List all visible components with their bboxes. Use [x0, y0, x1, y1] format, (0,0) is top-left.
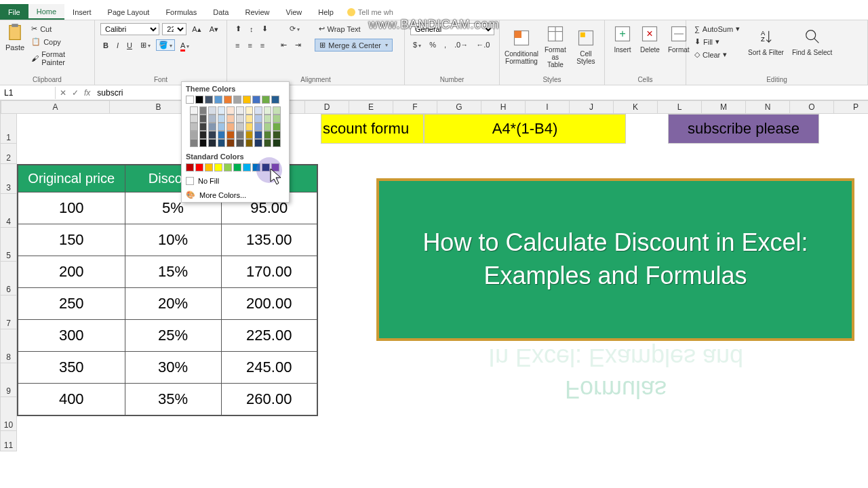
tab-home[interactable]: Home [28, 4, 64, 20]
color-swatch[interactable] [205, 163, 213, 171]
color-swatch[interactable] [190, 106, 198, 115]
table-header[interactable]: Origincal price [18, 165, 125, 192]
color-swatch[interactable] [233, 96, 241, 104]
color-swatch[interactable] [273, 123, 281, 131]
font-color-button[interactable]: A [178, 40, 192, 51]
color-swatch[interactable] [226, 139, 235, 147]
color-swatch[interactable] [199, 131, 208, 139]
font-size-select[interactable]: 22 [162, 23, 186, 35]
col-header-O[interactable]: O [790, 100, 834, 114]
color-swatch[interactable] [208, 131, 216, 139]
color-swatch[interactable] [264, 139, 272, 147]
table-cell[interactable]: 400 [18, 384, 125, 416]
italic-button[interactable]: I [114, 40, 121, 51]
table-cell[interactable]: 35% [125, 384, 221, 416]
table-cell[interactable]: 260.00 [221, 384, 317, 416]
cell-grid[interactable]: scount formu A4*(1-B4) subscribe please … [17, 114, 868, 488]
col-header-G[interactable]: G [437, 100, 481, 114]
row-header-3[interactable]: 3 [0, 164, 17, 194]
align-left-button[interactable]: ≡ [233, 40, 242, 51]
color-swatch[interactable] [199, 123, 208, 131]
color-swatch[interactable] [243, 96, 251, 104]
col-header-L[interactable]: L [658, 100, 702, 114]
align-center-button[interactable]: ≡ [245, 40, 254, 51]
row-header-10[interactable]: 10 [0, 397, 17, 431]
color-swatch[interactable] [236, 106, 244, 115]
color-swatch[interactable] [245, 115, 254, 123]
col-header-K[interactable]: K [614, 100, 658, 114]
color-swatch[interactable] [233, 163, 241, 171]
color-swatch[interactable] [218, 106, 226, 115]
color-swatch[interactable] [190, 139, 198, 147]
bold-button[interactable]: B [100, 40, 111, 51]
color-swatch[interactable] [208, 115, 216, 123]
color-swatch[interactable] [262, 96, 270, 104]
color-swatch[interactable] [199, 115, 208, 123]
color-swatch[interactable] [224, 96, 232, 104]
color-swatch[interactable] [208, 123, 216, 131]
decrease-decimal-button[interactable]: ←.0 [473, 39, 492, 50]
color-swatch[interactable] [273, 106, 281, 115]
merge-center-button[interactable]: ⊞ Merge & Center [315, 39, 393, 52]
delete-cells-button[interactable]: ×Delete [637, 23, 663, 55]
color-swatch[interactable] [271, 96, 279, 104]
table-cell[interactable]: 10% [125, 224, 221, 256]
color-swatch[interactable] [208, 106, 216, 115]
paste-icon[interactable] [5, 23, 24, 42]
fill-button[interactable]: ⬇ Fill ▾ [692, 36, 743, 47]
decrease-indent-button[interactable]: ⇤ [278, 39, 290, 51]
col-header-M[interactable]: M [702, 100, 746, 114]
table-cell[interactable]: 170.00 [221, 256, 317, 288]
col-header-J[interactable]: J [570, 100, 614, 114]
color-swatch[interactable] [264, 131, 272, 139]
autosum-button[interactable]: ∑ AutoSum ▾ [692, 23, 743, 35]
color-swatch[interactable] [226, 106, 235, 115]
color-swatch[interactable] [245, 123, 254, 131]
color-swatch[interactable] [254, 115, 262, 123]
col-header-F[interactable]: F [393, 100, 437, 114]
clear-button[interactable]: ◇ Clear ▾ [692, 49, 743, 60]
table-cell[interactable]: 20% [125, 288, 221, 320]
formula-label-cell[interactable]: scount formu [321, 114, 424, 144]
color-swatch[interactable] [214, 163, 222, 171]
color-swatch[interactable] [199, 106, 208, 115]
color-swatch[interactable] [218, 115, 226, 123]
color-swatch[interactable] [236, 115, 244, 123]
tell-me[interactable]: Tell me wh [347, 4, 393, 20]
color-swatch[interactable] [264, 115, 272, 123]
tab-help[interactable]: Help [310, 4, 342, 20]
color-swatch[interactable] [236, 131, 244, 139]
row-header-7[interactable]: 7 [0, 296, 17, 329]
col-header-A[interactable]: A [1, 100, 110, 114]
table-cell[interactable]: 135.00 [221, 224, 317, 256]
comma-button[interactable]: , [441, 39, 449, 50]
underline-button[interactable]: U [124, 40, 135, 51]
table-cell[interactable]: 300 [18, 320, 125, 352]
table-cell[interactable]: 350 [18, 352, 125, 384]
color-swatch[interactable] [243, 163, 251, 171]
color-swatch[interactable] [186, 96, 194, 104]
find-select-button[interactable]: Find & Select [789, 26, 835, 58]
table-cell[interactable]: 100 [18, 192, 125, 224]
table-cell[interactable]: 25% [125, 320, 221, 352]
color-swatch[interactable] [214, 96, 222, 104]
color-swatch[interactable] [226, 115, 235, 123]
row-header-5[interactable]: 5 [0, 228, 17, 262]
color-swatch[interactable] [190, 131, 198, 139]
align-middle-button[interactable]: ↕ [247, 24, 256, 35]
format-as-table-button[interactable]: Format as Table [540, 23, 570, 70]
row-header-6[interactable]: 6 [0, 262, 17, 296]
tab-insert[interactable]: Insert [64, 4, 100, 20]
color-swatch[interactable] [264, 123, 272, 131]
table-cell[interactable]: 250 [18, 288, 125, 320]
more-colors-item[interactable]: 🎨More Colors... [182, 188, 289, 202]
table-cell[interactable]: 245.00 [221, 352, 317, 384]
color-swatch[interactable] [190, 115, 198, 123]
orientation-button[interactable]: ⟳ [287, 23, 302, 35]
col-header-E[interactable]: E [349, 100, 393, 114]
color-swatch[interactable] [254, 139, 262, 147]
cell-styles-button[interactable]: Cell Styles [573, 27, 599, 66]
col-header-N[interactable]: N [746, 100, 790, 114]
currency-button[interactable]: $ [410, 39, 424, 50]
color-swatch[interactable] [236, 123, 244, 131]
